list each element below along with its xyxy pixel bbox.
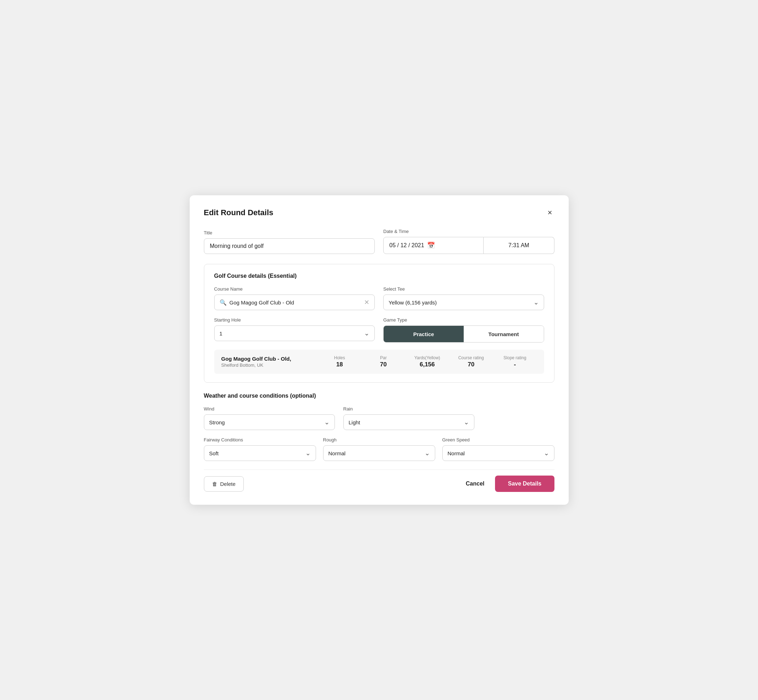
slope-rating-label: Slope rating xyxy=(493,355,537,360)
slope-rating-value: - xyxy=(493,361,537,368)
chevron-down-icon5: ⌄ xyxy=(305,449,311,457)
rain-dropdown[interactable]: Light ⌄ xyxy=(343,414,475,430)
clear-icon[interactable]: ✕ xyxy=(364,298,370,306)
rough-label: Rough xyxy=(323,437,435,442)
course-name-tee-row: Course Name 🔍 ✕ Select Tee Yellow (6,156… xyxy=(214,286,544,310)
course-rating-value: 70 xyxy=(449,361,493,368)
rain-label: Rain xyxy=(343,406,475,411)
starting-hole-col: Starting Hole 1 ⌄ xyxy=(214,317,375,342)
green-speed-dropdown[interactable]: Normal ⌄ xyxy=(442,445,554,461)
starting-hole-gametype-row: Starting Hole 1 ⌄ Game Type Practice Tou… xyxy=(214,317,544,342)
edit-round-modal: Edit Round Details × Title Date & Time 0… xyxy=(190,195,568,505)
chevron-down-icon7: ⌄ xyxy=(544,449,549,457)
yards-value: 6,156 xyxy=(405,361,449,368)
fairway-value: Soft xyxy=(209,450,219,456)
game-type-label: Game Type xyxy=(383,317,544,323)
course-info-name-col: Gog Magog Golf Club - Old, Shelford Bott… xyxy=(221,356,318,368)
course-stat-course-rating: Course rating 70 xyxy=(449,355,493,368)
fairway-rough-green-row: Fairway Conditions Soft ⌄ Rough Normal ⌄… xyxy=(204,437,554,461)
par-label: Par xyxy=(362,355,405,360)
starting-hole-label: Starting Hole xyxy=(214,317,375,323)
course-name-input[interactable] xyxy=(230,300,362,306)
course-info-row: Gog Magog Golf Club - Old, Shelford Bott… xyxy=(214,350,544,374)
rough-value: Normal xyxy=(329,450,346,456)
practice-button[interactable]: Practice xyxy=(384,326,464,342)
course-info-name: Gog Magog Golf Club - Old, xyxy=(221,356,318,362)
time-value: 7:31 AM xyxy=(508,242,529,248)
title-input[interactable] xyxy=(204,238,375,254)
green-speed-label: Green Speed xyxy=(442,437,554,442)
golf-course-section: Golf Course details (Essential) Course N… xyxy=(204,264,554,383)
course-info-location: Shelford Bottom, UK xyxy=(221,362,318,368)
fairway-col: Fairway Conditions Soft ⌄ xyxy=(204,437,316,461)
close-button[interactable]: × xyxy=(545,208,554,217)
fairway-label: Fairway Conditions xyxy=(204,437,316,442)
course-stat-slope-rating: Slope rating - xyxy=(493,355,537,368)
save-button[interactable]: Save Details xyxy=(495,475,554,492)
date-value: 05 / 12 / 2021 xyxy=(389,242,424,248)
select-tee-label: Select Tee xyxy=(383,286,544,292)
right-footer: Cancel Save Details xyxy=(458,475,554,492)
starting-hole-dropdown[interactable]: 1 ⌄ xyxy=(214,325,375,341)
search-icon: 🔍 xyxy=(219,299,227,306)
fairway-dropdown[interactable]: Soft ⌄ xyxy=(204,445,316,461)
time-input[interactable]: 7:31 AM xyxy=(484,237,554,254)
tournament-button[interactable]: Tournament xyxy=(464,326,544,342)
chevron-down-icon3: ⌄ xyxy=(324,418,329,426)
wind-dropdown[interactable]: Strong ⌄ xyxy=(204,414,335,430)
rough-col: Rough Normal ⌄ xyxy=(323,437,435,461)
wind-rain-row: Wind Strong ⌄ Rain Light ⌄ xyxy=(204,406,475,430)
chevron-down-icon6: ⌄ xyxy=(424,449,430,457)
select-tee-value: Yellow (6,156 yards) xyxy=(388,300,437,306)
chevron-down-icon4: ⌄ xyxy=(464,418,469,426)
select-tee-dropdown[interactable]: Yellow (6,156 yards) ⌄ xyxy=(383,295,544,310)
weather-section: Weather and course conditions (optional)… xyxy=(204,393,554,461)
modal-header: Edit Round Details × xyxy=(204,208,554,217)
calendar-icon: 📅 xyxy=(427,242,435,249)
title-section: Title xyxy=(204,230,375,254)
game-type-toggle: Practice Tournament xyxy=(383,325,544,342)
wind-label: Wind xyxy=(204,406,335,411)
holes-label: Holes xyxy=(318,355,362,360)
course-name-label: Course Name xyxy=(214,286,375,292)
green-speed-value: Normal xyxy=(448,450,465,456)
starting-hole-value: 1 xyxy=(219,330,222,336)
rough-dropdown[interactable]: Normal ⌄ xyxy=(323,445,435,461)
chevron-down-icon: ⌄ xyxy=(534,298,539,306)
datetime-label: Date & Time xyxy=(383,229,554,234)
green-speed-col: Green Speed Normal ⌄ xyxy=(442,437,554,461)
course-name-col: Course Name 🔍 ✕ xyxy=(214,286,375,310)
modal-title: Edit Round Details xyxy=(204,208,274,217)
top-row: Title Date & Time 05 / 12 / 2021 📅 7:31 … xyxy=(204,229,554,254)
course-stat-yards: Yards(Yellow) 6,156 xyxy=(405,355,449,368)
yards-label: Yards(Yellow) xyxy=(405,355,449,360)
weather-title: Weather and course conditions (optional) xyxy=(204,393,554,399)
course-rating-label: Course rating xyxy=(449,355,493,360)
date-input[interactable]: 05 / 12 / 2021 📅 xyxy=(383,237,484,254)
delete-button[interactable]: 🗑 Delete xyxy=(204,476,244,492)
rain-value: Light xyxy=(349,419,360,425)
footer-row: 🗑 Delete Cancel Save Details xyxy=(204,470,554,492)
trash-icon: 🗑 xyxy=(212,481,218,487)
select-tee-col: Select Tee Yellow (6,156 yards) ⌄ xyxy=(383,286,544,310)
chevron-down-icon2: ⌄ xyxy=(364,330,370,337)
par-value: 70 xyxy=(362,361,405,368)
rain-col: Rain Light ⌄ xyxy=(343,406,475,430)
holes-value: 18 xyxy=(318,361,362,368)
course-stat-holes: Holes 18 xyxy=(318,355,362,368)
datetime-section: Date & Time 05 / 12 / 2021 📅 7:31 AM xyxy=(383,229,554,254)
game-type-col: Game Type Practice Tournament xyxy=(383,317,544,342)
course-stat-par: Par 70 xyxy=(362,355,405,368)
wind-col: Wind Strong ⌄ xyxy=(204,406,335,430)
cancel-button[interactable]: Cancel xyxy=(458,476,492,491)
delete-label: Delete xyxy=(220,481,236,487)
golf-course-title: Golf Course details (Essential) xyxy=(214,273,544,279)
title-label: Title xyxy=(204,230,375,236)
course-name-input-wrap[interactable]: 🔍 ✕ xyxy=(214,295,375,310)
wind-value: Strong xyxy=(209,419,225,425)
